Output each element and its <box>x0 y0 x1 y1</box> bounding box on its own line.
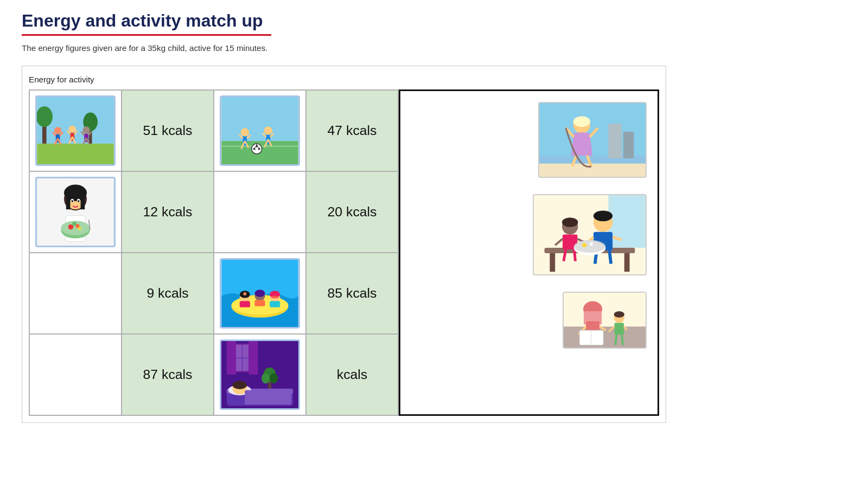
svg-point-18 <box>82 126 90 133</box>
cell-r2c2: 12 kcals <box>122 171 214 253</box>
svg-point-123 <box>590 243 593 246</box>
subtitle: The energy figures given are for a 35kg … <box>22 43 846 53</box>
cell-r1c2: 51 kcals <box>122 90 214 171</box>
svg-point-12 <box>69 125 76 132</box>
kcal-r2c2: 12 kcals <box>143 204 193 220</box>
cell-r4c2: 87 kcals <box>122 334 214 415</box>
page-title: Energy and activity match up <box>22 11 846 31</box>
svg-point-112 <box>593 211 612 222</box>
svg-point-64 <box>243 292 246 295</box>
kcal-r3c4: 85 kcals <box>328 286 377 301</box>
svg-line-111 <box>609 250 611 264</box>
svg-rect-62 <box>240 301 250 307</box>
image-eating[interactable] <box>35 177 116 247</box>
activity-box: Energy for activity <box>22 66 666 423</box>
cell-r4c1[interactable] <box>29 334 122 415</box>
draggable-reading[interactable] <box>563 292 647 349</box>
cell-r1c4: 47 kcals <box>306 90 398 171</box>
activity-grid: 51 kcals <box>29 89 399 416</box>
activity-label: Energy for activity <box>29 75 659 84</box>
image-swimming[interactable] <box>220 258 300 329</box>
title-underline <box>22 34 271 36</box>
main-layout: 51 kcals <box>29 89 659 416</box>
svg-rect-105 <box>624 253 630 272</box>
svg-point-121 <box>574 240 606 253</box>
svg-point-122 <box>582 243 586 248</box>
svg-point-67 <box>254 290 265 297</box>
svg-line-118 <box>575 249 576 261</box>
image-running[interactable] <box>35 95 116 166</box>
svg-rect-77 <box>227 341 236 375</box>
svg-rect-104 <box>550 253 555 272</box>
svg-point-48 <box>71 200 73 202</box>
svg-rect-45 <box>81 196 85 209</box>
svg-point-87 <box>232 381 247 389</box>
cell-r3c2: 9 kcals <box>122 253 214 334</box>
svg-point-53 <box>68 224 74 230</box>
svg-rect-93 <box>623 132 634 158</box>
image-sleeping[interactable] <box>220 339 300 410</box>
svg-rect-88 <box>245 390 291 405</box>
svg-point-27 <box>241 128 249 136</box>
kcal-r3c2: 9 kcals <box>146 286 188 301</box>
kcal-r1c4: 47 kcals <box>328 123 377 138</box>
svg-point-55 <box>72 222 76 226</box>
cell-r1c1[interactable] <box>29 90 122 171</box>
cell-r3c3[interactable] <box>214 253 306 334</box>
svg-rect-92 <box>608 124 621 159</box>
svg-rect-78 <box>248 341 258 375</box>
kcal-r1c2: 51 kcals <box>143 123 193 138</box>
svg-point-49 <box>78 200 80 202</box>
svg-rect-71 <box>271 296 278 299</box>
cell-r2c1[interactable] <box>29 171 122 253</box>
svg-point-135 <box>614 311 624 318</box>
svg-point-33 <box>264 126 272 134</box>
svg-point-81 <box>261 373 270 383</box>
svg-rect-66 <box>254 300 265 306</box>
svg-rect-136 <box>615 323 624 335</box>
svg-rect-69 <box>270 301 280 307</box>
kcal-r2c4: 20 kcals <box>328 204 377 220</box>
svg-line-140 <box>622 335 623 345</box>
svg-point-82 <box>270 373 278 383</box>
kcal-r4c4: kcals <box>337 367 368 382</box>
svg-point-6 <box>54 127 61 134</box>
svg-rect-24 <box>221 97 298 141</box>
svg-rect-1 <box>37 144 113 164</box>
image-soccer[interactable] <box>220 95 300 166</box>
svg-rect-44 <box>66 196 71 209</box>
cell-r2c4: 20 kcals <box>306 171 398 253</box>
cell-r4c3[interactable] <box>214 334 306 415</box>
svg-line-139 <box>615 335 616 345</box>
cell-r3c4: 85 kcals <box>306 253 398 334</box>
draggable-cooking[interactable] <box>533 194 647 275</box>
svg-point-56 <box>78 227 81 230</box>
right-panel <box>399 89 659 416</box>
cell-r3c1[interactable] <box>29 253 122 334</box>
kcal-r4c2: 87 kcals <box>143 367 193 382</box>
cell-r1c3[interactable] <box>214 90 306 171</box>
svg-point-119 <box>562 218 578 228</box>
svg-point-95 <box>573 117 590 127</box>
cell-r2c3[interactable] <box>214 171 306 253</box>
draggable-jumping[interactable] <box>538 102 647 178</box>
cell-r4c4: kcals <box>306 334 398 415</box>
